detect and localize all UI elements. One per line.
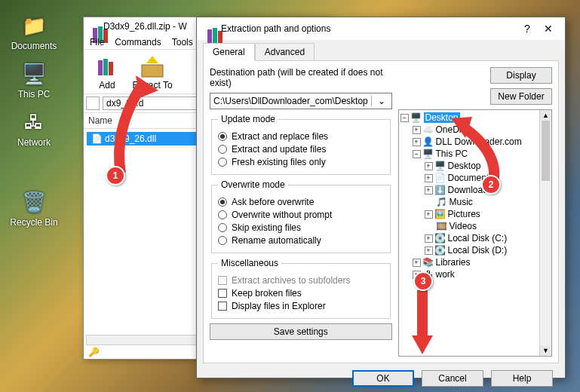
radio-icon — [218, 236, 227, 245]
tree-desktop[interactable]: −🖥️Desktop — [400, 112, 539, 124]
save-settings-button[interactable]: Save settings — [210, 323, 392, 340]
desktop-icon-thispc[interactable]: 🖥️This PC — [8, 60, 60, 100]
new-folder-button[interactable]: New Folder — [490, 88, 552, 105]
help-button[interactable]: Help — [491, 370, 553, 387]
menu-tools[interactable]: Tools — [172, 37, 193, 47]
chevron-down-icon: ⌄ — [371, 96, 391, 106]
winrar-icon — [203, 22, 216, 35]
svg-rect-8 — [207, 29, 212, 44]
user-icon: 👤 — [423, 136, 434, 147]
close-button[interactable]: ✕ — [538, 23, 559, 35]
radio-overwrite-without[interactable]: Overwrite without prompt — [218, 210, 384, 220]
radio-skip[interactable]: Skip existing files — [218, 222, 384, 233]
ok-button[interactable]: OK — [352, 370, 414, 387]
svg-rect-5 — [109, 62, 113, 75]
expand-icon[interactable]: + — [425, 234, 433, 243]
disk-icon: 💽 — [435, 245, 446, 256]
tab-general[interactable]: General — [203, 43, 255, 61]
disk-icon: 💽 — [435, 233, 446, 243]
tree-locald[interactable]: +💽Local Disk (D:) — [400, 244, 539, 256]
expand-icon[interactable]: + — [425, 174, 433, 182]
scroll-down-icon[interactable]: ▼ — [540, 345, 551, 356]
tree-thispc[interactable]: −🖥️This PC — [400, 148, 539, 160]
checkbox-icon — [218, 289, 227, 298]
dest-path-select[interactable]: C:\Users\DllDownloader_com\Desktop⌄ — [210, 93, 392, 109]
tree-localc[interactable]: +💽Local Disk (C:) — [400, 232, 539, 244]
expand-icon[interactable]: + — [425, 247, 433, 255]
collapse-icon[interactable]: − — [400, 114, 409, 122]
radio-ask-before[interactable]: Ask before overwrite — [218, 197, 384, 207]
desktop-icon-recyclebin[interactable]: 🗑️Recycle Bin — [8, 188, 60, 228]
desktop-icon: 🖥️ — [435, 161, 446, 171]
music-icon: 🎵 — [437, 197, 447, 207]
check-explorer[interactable]: Display files in Explorer — [218, 301, 384, 311]
tree-onedrive[interactable]: +☁️OneDr — [400, 124, 539, 136]
radio-icon — [218, 223, 227, 232]
tree-videos[interactable]: 🎞️Videos — [400, 220, 539, 232]
tree-documents[interactable]: +📄Documents — [400, 172, 539, 184]
dest-path-label: Destination path (will be created if doe… — [210, 67, 392, 88]
extract-to-button[interactable]: Extract To — [132, 53, 173, 90]
desktop-icon: 🖥️ — [411, 112, 422, 123]
expand-icon[interactable]: + — [413, 259, 421, 267]
misc-group: Miscellaneous Extract archives to subfol… — [211, 258, 391, 319]
radio-fresh[interactable]: Fresh existing files only — [218, 157, 384, 167]
checkbox-icon — [218, 302, 227, 311]
status-icon: 🔑 — [88, 347, 100, 357]
collapse-icon[interactable]: − — [413, 150, 421, 158]
svg-rect-3 — [98, 60, 103, 75]
radio-extract-update[interactable]: Extract and update files — [218, 144, 384, 155]
expand-icon[interactable]: + — [425, 162, 433, 170]
checkbox-icon — [218, 276, 227, 285]
annotation-badge-2: 2 — [481, 175, 501, 194]
tree-music[interactable]: 🎵Music — [400, 196, 539, 208]
dialog-title-text: Extraction path and options — [221, 23, 330, 34]
radio-icon — [218, 158, 227, 167]
update-mode-group: Update mode Extract and replace files Ex… — [211, 114, 391, 175]
tab-advanced[interactable]: Advanced — [255, 43, 315, 61]
expand-icon[interactable]: + — [413, 126, 421, 134]
dialog-buttons: OK Cancel Help — [197, 370, 565, 392]
help-button[interactable]: ? — [517, 23, 538, 35]
radio-extract-replace[interactable]: Extract and replace files — [218, 131, 384, 142]
add-button[interactable]: Add — [87, 53, 127, 90]
check-subfolders[interactable]: Extract archives to subfolders — [218, 275, 384, 286]
documents-icon: 📄 — [435, 173, 446, 183]
winrar-icon — [88, 20, 100, 32]
v-scrollbar[interactable]: ▲ ▼ — [539, 110, 551, 356]
radio-icon — [218, 198, 227, 207]
downloads-icon: ⬇️ — [435, 185, 446, 195]
expand-icon[interactable]: + — [425, 210, 433, 219]
tabs: General Advanced — [203, 43, 559, 61]
svg-rect-4 — [103, 59, 108, 75]
tree-desktop2[interactable]: +🖥️Desktop — [400, 160, 539, 172]
scroll-thumb[interactable] — [542, 121, 550, 181]
videos-icon: 🎞️ — [437, 221, 447, 231]
trash-icon: 🗑️ — [20, 188, 48, 216]
cancel-button[interactable]: Cancel — [422, 370, 483, 387]
expand-icon[interactable]: + — [425, 186, 433, 194]
scroll-up-icon[interactable]: ▲ — [540, 110, 551, 121]
pc-icon: 🖥️ — [20, 60, 48, 87]
pc-icon: 🖥️ — [423, 149, 434, 159]
winrar-title-text: D3dx9_26.dll.zip - W — [103, 21, 187, 32]
svg-rect-6 — [142, 65, 163, 77]
tree-libraries[interactable]: +📚Libraries — [400, 256, 539, 268]
tab-body: Destination path (will be created if doe… — [203, 60, 559, 363]
tree-pictures[interactable]: +🖼️Pictures — [400, 208, 539, 220]
tree-dll[interactable]: +👤DLL Downloader.com — [400, 136, 539, 148]
check-broken[interactable]: Keep broken files — [218, 288, 384, 299]
display-button[interactable]: Display — [490, 67, 552, 84]
desktop-icon-documents[interactable]: 📁Documents — [8, 12, 60, 51]
menu-file[interactable]: File — [90, 37, 104, 47]
desktop-icon-network[interactable]: 🖧Network — [8, 109, 60, 148]
svg-marker-7 — [146, 56, 158, 63]
folder-icon: 📁 — [20, 12, 48, 39]
menu-commands[interactable]: Commands — [115, 37, 161, 47]
up-button[interactable] — [86, 96, 100, 110]
expand-icon[interactable]: + — [413, 138, 421, 146]
pictures-icon: 🖼️ — [435, 209, 446, 219]
libraries-icon: 📚 — [423, 257, 434, 268]
radio-rename[interactable]: Rename automatically — [218, 235, 384, 246]
tree-downloads[interactable]: +⬇️Downloads — [400, 184, 539, 196]
